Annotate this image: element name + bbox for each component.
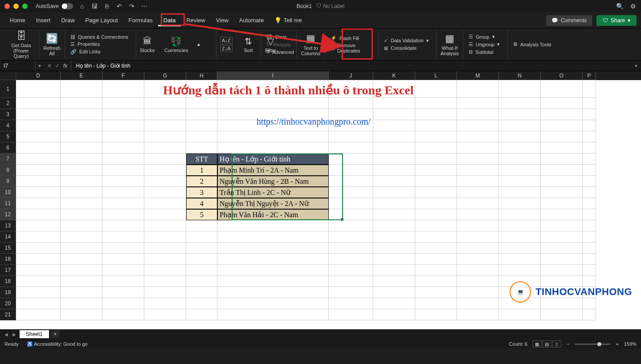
cell[interactable] [541, 120, 583, 131]
cell[interactable] [144, 209, 186, 220]
row-header[interactable]: 11 [0, 198, 16, 209]
cell[interactable] [583, 220, 596, 231]
cell[interactable]: STT [186, 154, 217, 165]
cell[interactable] [457, 287, 499, 298]
cell[interactable] [541, 187, 583, 198]
edit-links-button[interactable]: 🔗 Edit Links [69, 48, 132, 56]
settings-icon[interactable]: ⚙ [629, 3, 637, 10]
cell[interactable] [541, 80, 583, 98]
select-all-corner[interactable] [0, 71, 16, 80]
row-header[interactable]: 13 [0, 220, 16, 231]
cell[interactable] [415, 254, 457, 265]
cell[interactable] [217, 98, 329, 109]
cell[interactable] [457, 209, 499, 220]
cell[interactable]: Họ tên - Lớp - Giới tính [217, 154, 329, 165]
tab-automate[interactable]: Automate [234, 14, 269, 26]
cell[interactable] [144, 198, 186, 209]
cell[interactable] [415, 298, 457, 309]
cell[interactable] [329, 243, 373, 254]
cell[interactable] [499, 120, 541, 131]
cell[interactable] [415, 231, 457, 243]
tab-home[interactable]: Home [4, 14, 31, 26]
accessibility-status[interactable]: ♿ Accessibility: Good to go [27, 341, 88, 347]
col-header[interactable]: J [329, 71, 373, 80]
toggle-icon[interactable] [61, 3, 73, 9]
cell[interactable] [541, 165, 583, 176]
cell[interactable]: 5 [186, 209, 217, 220]
cell[interactable] [457, 80, 499, 98]
cell[interactable] [457, 298, 499, 309]
cell[interactable] [61, 265, 102, 276]
cell[interactable]: Nguyễn Thị Nguyệt - 2A - Nữ [217, 198, 329, 209]
cell[interactable] [61, 187, 102, 198]
row-header[interactable]: 5 [0, 131, 16, 142]
cell[interactable] [415, 176, 457, 187]
cell[interactable] [457, 154, 499, 165]
subtotal-button[interactable]: ⊟ Subtotal [467, 48, 504, 56]
cell[interactable] [61, 243, 102, 254]
row-header[interactable]: 14 [0, 231, 16, 243]
cell[interactable] [583, 254, 596, 265]
row-header[interactable]: 2 [0, 98, 16, 109]
cell[interactable] [144, 287, 186, 298]
cell[interactable] [457, 142, 499, 154]
refresh-all-button[interactable]: 🔄 Refresh All [39, 30, 65, 58]
stocks-button[interactable]: 🏛Stocks [140, 36, 155, 53]
cell[interactable] [329, 298, 373, 309]
cell[interactable] [186, 98, 217, 109]
cell[interactable] [583, 209, 596, 220]
cell[interactable] [102, 243, 144, 254]
cell[interactable] [217, 276, 329, 287]
cell[interactable] [373, 109, 415, 120]
cell[interactable] [329, 231, 373, 243]
consolidate-button[interactable]: ⊞ Consolidate [382, 44, 433, 52]
cell[interactable] [499, 220, 541, 231]
cell[interactable] [373, 131, 415, 142]
cell[interactable] [16, 80, 61, 98]
cell[interactable] [16, 209, 61, 220]
cell[interactable] [541, 198, 583, 209]
cell[interactable] [415, 287, 457, 298]
cell[interactable] [217, 265, 329, 276]
sort-az-za[interactable]: A↓Z Z↓A [220, 37, 233, 52]
row-header[interactable]: 8 [0, 165, 16, 176]
share-button[interactable]: 🛡 Share ▾ [596, 15, 637, 26]
cell[interactable] [541, 220, 583, 231]
cell[interactable] [102, 80, 144, 98]
cell[interactable] [102, 276, 144, 287]
cell[interactable] [144, 298, 186, 309]
group-button[interactable]: ☰ Group ▾ [467, 33, 504, 40]
cell[interactable] [102, 231, 144, 243]
cell[interactable] [186, 265, 217, 276]
cell[interactable] [329, 209, 373, 220]
cell[interactable] [457, 254, 499, 265]
cell[interactable] [186, 220, 217, 231]
cell[interactable] [16, 309, 61, 320]
cell[interactable] [415, 276, 457, 287]
cell[interactable] [217, 220, 329, 231]
col-header[interactable]: I [217, 71, 329, 80]
save-icon[interactable]: 🖫 [91, 3, 98, 10]
cell[interactable] [415, 131, 457, 142]
cell[interactable] [186, 142, 217, 154]
cell[interactable] [329, 309, 373, 320]
cell[interactable] [499, 231, 541, 243]
expand-formula-bar[interactable]: ▾ [631, 63, 641, 69]
comments-button[interactable]: 💬 Comments [546, 15, 592, 26]
cell[interactable] [144, 231, 186, 243]
cell[interactable] [457, 243, 499, 254]
row-header[interactable]: 17 [0, 265, 16, 276]
cell[interactable] [583, 165, 596, 176]
cell[interactable] [186, 120, 217, 131]
cell[interactable] [16, 243, 61, 254]
cell[interactable] [102, 220, 144, 231]
sheet-tab[interactable]: Sheet1 [20, 330, 49, 338]
cell[interactable] [541, 209, 583, 220]
cell[interactable] [102, 142, 144, 154]
cell[interactable] [373, 265, 415, 276]
cell[interactable] [217, 287, 329, 298]
cell[interactable] [217, 142, 329, 154]
cell[interactable] [61, 98, 102, 109]
fx-icon[interactable]: fx [63, 63, 67, 69]
cell[interactable] [415, 120, 457, 131]
